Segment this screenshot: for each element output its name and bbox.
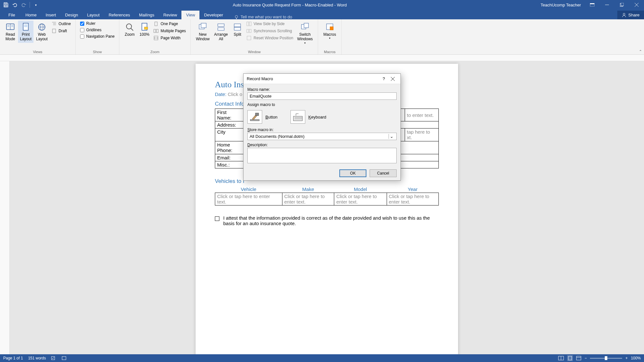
ribbon-display-icon[interactable] — [585, 0, 600, 10]
tab-design[interactable]: Design — [60, 11, 82, 19]
record-macro-dialog: Record Macro ? Macro name: Assign macro … — [243, 73, 401, 181]
macro-name-input[interactable] — [247, 92, 397, 100]
split-button[interactable]: Split — [230, 21, 244, 38]
tab-layout[interactable]: Layout — [83, 11, 104, 19]
gridlines-checkbox[interactable]: Gridlines — [79, 27, 116, 33]
undo-icon[interactable] — [12, 2, 18, 8]
multiple-pages-button[interactable]: Multiple Pages — [152, 28, 187, 34]
read-mode-label: Read Mode — [5, 32, 15, 42]
table-cell-placeholder[interactable]: Click or tap here to enter text. — [334, 193, 387, 205]
table-cell-placeholder[interactable]: to enter text. — [405, 109, 439, 121]
view-side-by-side-button: View Side by Side — [245, 21, 294, 27]
table-cell-placeholder[interactable]: tap here toxt. — [405, 129, 439, 141]
navigation-pane-checkbox[interactable]: Navigation Pane — [79, 33, 116, 39]
window-group-label: Window — [194, 49, 315, 54]
spelling-icon[interactable] — [51, 356, 56, 360]
chevron-down-icon: ▾ — [329, 37, 330, 40]
tab-file[interactable]: File — [3, 11, 21, 19]
switch-windows-button[interactable]: Switch Windows ▾ — [295, 21, 315, 46]
tab-review[interactable]: Review — [159, 11, 182, 19]
sync-scroll-button: Synchronous Scrolling — [245, 28, 294, 34]
minimize-icon[interactable] — [600, 0, 614, 10]
share-button[interactable]: Share — [617, 11, 644, 19]
zoom-out-icon[interactable]: − — [584, 356, 587, 360]
description-input[interactable] — [247, 148, 397, 163]
zoom-slider[interactable] — [590, 358, 622, 359]
print-layout-button[interactable]: Print Layout — [18, 21, 33, 43]
svg-point-27 — [126, 24, 132, 29]
draft-button[interactable]: Draft — [50, 28, 72, 34]
table-cell-placeholder[interactable]: Click or tap here to enter text. — [215, 193, 282, 205]
page-status[interactable]: Page 1 of 1 — [3, 356, 23, 360]
table-cell-placeholder[interactable]: Click or tap here to enter text. — [387, 193, 438, 205]
tab-home[interactable]: Home — [21, 11, 41, 19]
print-layout-view-icon[interactable] — [567, 355, 573, 361]
draft-icon — [51, 28, 57, 33]
svg-rect-45 — [249, 29, 251, 33]
svg-rect-55 — [293, 116, 302, 121]
qat-customize-icon[interactable]: ▾ — [32, 2, 39, 8]
zoom-100-button[interactable]: 100% — [137, 21, 152, 38]
web-layout-view-icon[interactable] — [576, 356, 581, 360]
maximize-icon[interactable] — [614, 0, 629, 10]
keyboard-icon — [290, 110, 305, 124]
svg-rect-48 — [304, 23, 308, 28]
share-label: Share — [628, 13, 639, 17]
vertical-ruler[interactable] — [0, 61, 10, 354]
tab-insert[interactable]: Insert — [41, 11, 61, 19]
collapse-ribbon-icon[interactable]: ⌃ — [639, 49, 642, 54]
group-views: Read Mode Print Layout Web Layout Outlin… — [0, 19, 76, 54]
macro-name-label: Macro name: — [247, 87, 397, 92]
zoom-group-label: Zoom — [123, 49, 187, 54]
svg-rect-50 — [330, 27, 333, 30]
title-bar: ▾ Auto Insurance Quote Request Form - Ma… — [0, 0, 644, 10]
svg-rect-33 — [156, 29, 158, 33]
save-icon[interactable] — [3, 2, 9, 8]
table-cell-placeholder[interactable]: Click or tap here to enter text. — [282, 193, 334, 205]
close-icon[interactable] — [629, 0, 644, 10]
tab-mailings[interactable]: Mailings — [134, 11, 159, 19]
zoom-level[interactable]: 100% — [631, 356, 641, 360]
assign-keyboard-option[interactable]: Keyboard — [290, 110, 327, 124]
word-count[interactable]: 151 words — [28, 356, 46, 360]
reset-window-button: Reset Window Position — [245, 35, 294, 41]
assign-button-option[interactable]: BButtonutton — [247, 110, 278, 124]
web-layout-button[interactable]: Web Layout — [34, 21, 50, 43]
new-window-button[interactable]: New Window — [194, 21, 212, 43]
read-mode-button[interactable]: Read Mode — [3, 21, 17, 43]
zoom-in-icon[interactable]: + — [625, 356, 628, 360]
multiple-pages-icon — [153, 28, 159, 33]
lightbulb-icon — [234, 15, 239, 19]
ribbon-tabs: File Home Insert Design Layout Reference… — [0, 10, 644, 19]
tab-references[interactable]: References — [104, 11, 134, 19]
outline-icon — [51, 21, 57, 26]
store-macro-select[interactable]: All Documents (Normal.dotm) ⌄ — [247, 133, 397, 140]
tab-developer[interactable]: Developer — [199, 11, 227, 19]
arrange-all-button[interactable]: Arrange All — [212, 21, 230, 43]
svg-rect-43 — [249, 22, 251, 26]
help-icon[interactable]: ? — [379, 74, 388, 83]
tab-view[interactable]: View — [181, 11, 199, 19]
macros-button[interactable]: Macros ▾ — [321, 21, 338, 41]
attest-text: I attest that the information provided i… — [223, 215, 439, 226]
page-width-button[interactable]: Page Width — [152, 35, 187, 41]
horizontal-ruler[interactable] — [0, 55, 644, 61]
macro-record-status-icon[interactable] — [61, 356, 67, 360]
one-page-button[interactable]: One Page — [152, 21, 187, 27]
outline-button[interactable]: Outline — [50, 21, 72, 27]
tell-me-search[interactable]: Tell me what you want to do — [234, 14, 292, 19]
ok-button[interactable]: OK — [339, 169, 366, 177]
zoom-button[interactable]: Zoom — [123, 21, 137, 38]
close-icon[interactable] — [388, 74, 397, 83]
read-mode-view-icon[interactable] — [558, 356, 564, 360]
table-header-row: Vehicle Make Model Year — [215, 186, 439, 193]
cancel-button[interactable]: Cancel — [370, 169, 397, 177]
svg-point-7 — [235, 15, 238, 18]
ruler-checkbox[interactable]: Ruler — [79, 21, 116, 26]
svg-rect-4 — [621, 3, 624, 6]
redo-icon[interactable] — [21, 2, 27, 8]
attest-checkbox[interactable] — [215, 216, 219, 221]
hammer-icon — [247, 110, 262, 124]
chevron-down-icon[interactable]: ⌄ — [389, 134, 394, 139]
date-placeholder[interactable]: Click o — [228, 91, 242, 97]
